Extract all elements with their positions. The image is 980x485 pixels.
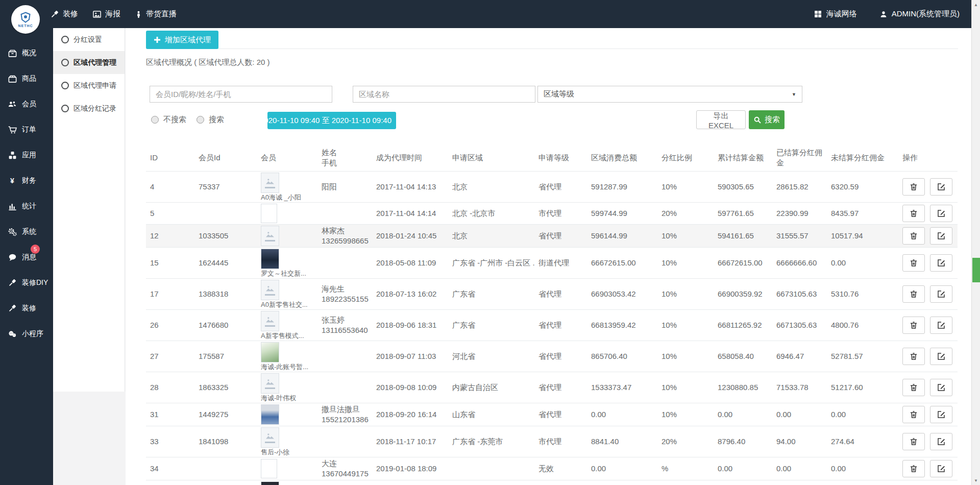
- scrollbar-thumb[interactable]: [972, 258, 980, 282]
- region-name-input[interactable]: [353, 86, 535, 103]
- cell-unpaid-commission: 10517.94: [827, 225, 898, 248]
- delete-button[interactable]: [902, 406, 925, 423]
- export-excel-button[interactable]: 导出 EXCEL: [696, 110, 746, 129]
- delete-button[interactable]: [902, 433, 925, 450]
- cell-paid-commission: 6946.47: [772, 341, 827, 372]
- delete-button[interactable]: [902, 178, 925, 196]
- edit-icon: [937, 410, 946, 419]
- placeholder-caption: [265, 187, 275, 188]
- cell-id: 27: [146, 341, 194, 372]
- store-network-item[interactable]: 海诚网络: [814, 9, 857, 19]
- cell-dividend-ratio: 10%: [657, 279, 714, 310]
- delete-button[interactable]: [902, 285, 925, 303]
- submenu-item-区域代理申请[interactable]: 区域代理申请: [53, 74, 125, 97]
- gear-icon: [7, 227, 17, 237]
- cell-member-id: 1476680: [194, 310, 257, 341]
- submenu-item-分红设置[interactable]: 分红设置: [53, 28, 125, 51]
- delete-button[interactable]: [902, 317, 925, 334]
- table-row: 311449275撒旦法撒旦155212013862018-09-20 16:1…: [146, 403, 958, 426]
- radio-no-search[interactable]: [151, 116, 159, 124]
- delete-button[interactable]: [902, 379, 925, 396]
- edit-button[interactable]: [930, 178, 952, 196]
- edit-icon: [937, 321, 946, 330]
- sidebar-item-应用[interactable]: 应用: [0, 142, 53, 168]
- cell-agent-time: 2018-01-24 10:45: [372, 225, 448, 248]
- edit-icon: [937, 182, 946, 191]
- cell-agent-time: 2018-07-13 16:02: [372, 279, 448, 310]
- trash-icon: [909, 410, 918, 419]
- sidebar-item-label: 装修DIY: [22, 278, 48, 287]
- cart-icon: [7, 125, 17, 135]
- search-icon: [753, 116, 762, 124]
- admin-user-item[interactable]: ADMIN(系统管理员): [879, 9, 960, 19]
- edit-button[interactable]: [930, 379, 952, 396]
- top-nav-item-海报[interactable]: 海报: [92, 9, 120, 19]
- sidebar-item-会员[interactable]: 会员: [0, 91, 53, 117]
- member-search-input[interactable]: [150, 86, 332, 103]
- radio-search[interactable]: [197, 116, 204, 124]
- sidebar-item-消息[interactable]: 消息5: [0, 245, 53, 270]
- delete-button[interactable]: [902, 205, 925, 222]
- sidebar-item-小程序[interactable]: 小程序: [0, 321, 53, 347]
- scroll-up-arrow[interactable]: ▲: [972, 1, 980, 9]
- sidebar-item-订单[interactable]: 订单: [0, 117, 53, 142]
- edit-button[interactable]: [930, 317, 952, 334]
- cell-consume-amount: 0.00: [587, 457, 657, 480]
- edit-button[interactable]: [930, 227, 952, 245]
- submenu-item-区域分红记录[interactable]: 区域分红记录: [53, 97, 125, 120]
- sidebar-item-装修[interactable]: 装修: [0, 296, 53, 321]
- delete-button[interactable]: [902, 227, 925, 245]
- member-nickname: A新零售模式...: [261, 332, 313, 340]
- edit-button[interactable]: [930, 205, 952, 222]
- cell-paid-commission: 6673105.63: [772, 279, 827, 310]
- edit-button[interactable]: [930, 433, 952, 450]
- scroll-down-arrow[interactable]: ▼: [972, 476, 980, 484]
- sidebar-item-统计[interactable]: 统计: [0, 193, 53, 219]
- column-header: 姓名 手机: [317, 144, 372, 172]
- cell-settled-amount: [714, 480, 772, 485]
- sidebar-item-商品[interactable]: 商品: [0, 66, 53, 91]
- circle-icon: [61, 59, 69, 66]
- cell-member: 售后-小徐: [257, 426, 317, 457]
- delete-button[interactable]: [902, 348, 925, 365]
- sidebar-item-装修DIY[interactable]: 装修DIY: [0, 270, 53, 296]
- delete-button[interactable]: [902, 254, 925, 272]
- sidebar-item-概况[interactable]: 概况: [0, 40, 53, 66]
- table-row: 121033505林家杰132659986652018-01-24 10:45北…: [146, 225, 958, 248]
- edit-button[interactable]: [930, 406, 952, 423]
- region-level-select[interactable]: 区域等级 ▼: [537, 86, 802, 103]
- edit-button[interactable]: [930, 460, 952, 477]
- top-nav-item-带货直播[interactable]: 带货直播: [135, 9, 177, 19]
- cell-id: 26: [146, 310, 194, 341]
- cell-dividend-ratio: %: [657, 457, 714, 480]
- column-header: 会员: [257, 144, 317, 172]
- delete-button[interactable]: [902, 460, 925, 477]
- search-button[interactable]: 搜索: [749, 110, 785, 129]
- add-region-agent-button[interactable]: 增加区域代理: [146, 31, 218, 49]
- cell-consume-amount: 1533373.47: [587, 372, 657, 403]
- cell-paid-commission: 0.00: [772, 403, 827, 426]
- cell-operations: [898, 225, 958, 248]
- edit-button[interactable]: [930, 285, 952, 303]
- edit-button[interactable]: [930, 348, 952, 365]
- sidebar: 概况商品会员订单应用¥财务统计系统消息5装修DIY装修小程序: [0, 28, 53, 485]
- top-nav-item-装修[interactable]: 装修: [50, 9, 78, 19]
- sidebar-item-财务[interactable]: ¥财务: [0, 168, 53, 193]
- cell-paid-commission: 6666666.60: [772, 248, 827, 279]
- avatar: [261, 404, 279, 425]
- member-name: 大连: [322, 458, 368, 469]
- cell-consume-amount: 865706.40: [587, 341, 657, 372]
- vertical-scrollbar[interactable]: ▲ ▼: [971, 0, 980, 485]
- section-divider: [146, 48, 958, 49]
- cell-agent-time: [372, 480, 448, 485]
- cell-operations: [898, 341, 958, 372]
- edit-button[interactable]: [930, 254, 952, 272]
- submenu-item-区域代理管理[interactable]: 区域代理管理: [53, 51, 125, 74]
- logo[interactable]: NETHC: [11, 5, 40, 34]
- cell-level: 省代理: [534, 310, 587, 341]
- sidebar-item-系统[interactable]: 系统: [0, 219, 53, 245]
- cell-region: 广东省 -广州市 -白云区 ...: [448, 248, 534, 279]
- cell-paid-commission: 71533.78: [772, 372, 827, 403]
- table-row: 27175587海诚-此账号暂...2018-09-07 11:03河北省省代理…: [146, 341, 958, 372]
- date-range-button[interactable]: 2020-11-10 09:40 至 2020-11-10 09:40: [267, 112, 396, 129]
